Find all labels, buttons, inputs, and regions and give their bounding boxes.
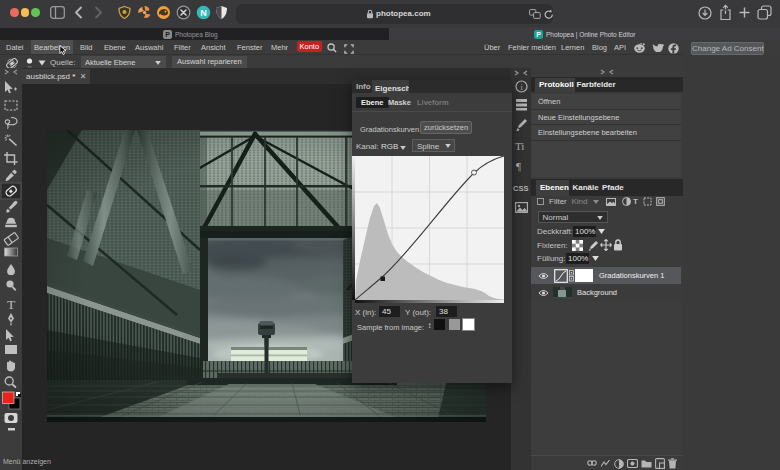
svg-text:P: P: [165, 31, 170, 38]
svg-text:T: T: [7, 297, 16, 312]
svg-text:N: N: [200, 8, 207, 18]
svg-text:i: i: [520, 83, 523, 92]
svg-text:P: P: [536, 31, 541, 38]
